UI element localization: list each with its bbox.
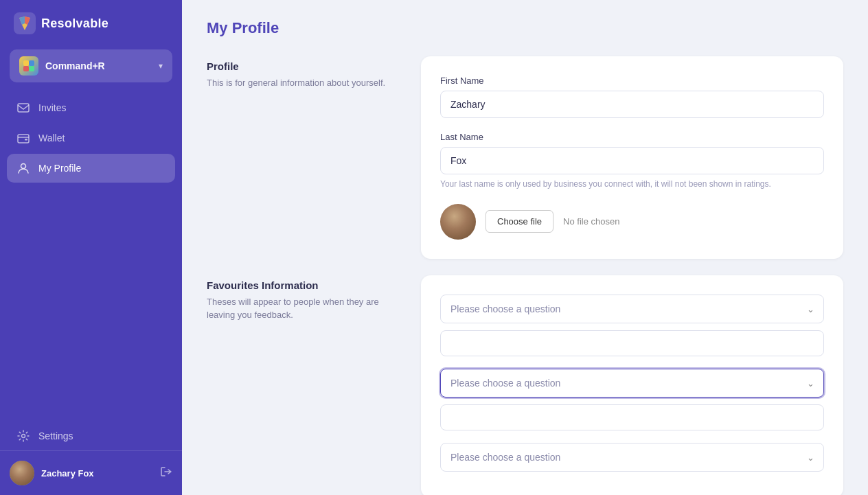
invites-icon [16, 101, 30, 115]
question-1-select[interactable]: Please choose a question [440, 295, 824, 323]
profile-icon [16, 161, 30, 175]
profile-section-row: Profile This is for general information … [207, 56, 843, 259]
svg-rect-9 [18, 135, 29, 143]
user-info: Zachary Fox [10, 461, 94, 485]
page-title: My Profile [207, 19, 843, 37]
resolvable-logo [14, 12, 36, 34]
svg-rect-7 [29, 66, 34, 71]
svg-rect-6 [23, 66, 29, 71]
workspace-selector[interactable]: Command+R ▾ [10, 49, 172, 82]
user-name: Zachary Fox [41, 468, 94, 479]
svg-point-12 [22, 435, 25, 438]
question-2-answer[interactable] [440, 404, 824, 430]
profile-section-desc: This is for general information about yo… [207, 76, 399, 90]
wallet-label: Wallet [38, 133, 65, 143]
logo-container: Resolvable [0, 0, 182, 47]
profile-form-card: First Name Last Name Your last name is o… [421, 56, 843, 259]
favourites-form-card: Please choose a question ⌄ Please choose… [421, 275, 843, 495]
profile-section-title: Profile [207, 60, 399, 72]
workspace-chevron-icon: ▾ [159, 61, 163, 71]
svg-rect-10 [25, 139, 27, 141]
workspace-name: Command+R [45, 60, 105, 71]
profile-thumbnail [440, 204, 476, 240]
settings-icon [16, 429, 30, 443]
svg-point-11 [21, 164, 26, 169]
my-profile-label: My Profile [38, 163, 81, 174]
sidebar-item-settings[interactable]: Settings [7, 422, 175, 450]
question-1-select-wrapper: Please choose a question ⌄ [440, 295, 824, 323]
first-name-label: First Name [440, 76, 824, 86]
last-name-hint: Your last name is only used by business … [440, 179, 824, 190]
workspace-left: Command+R [19, 56, 105, 76]
question-1-answer[interactable] [440, 330, 824, 356]
avatar [10, 461, 34, 485]
no-file-text: No file chosen [563, 216, 619, 227]
file-upload-row: Choose file No file chosen [440, 204, 824, 240]
question-2-select-wrapper: Please choose a question ⌄ [440, 369, 824, 398]
avatar-image [10, 461, 34, 485]
favourite-question-1: Please choose a question ⌄ [440, 295, 824, 356]
choose-file-button[interactable]: Choose file [486, 210, 553, 233]
workspace-avatar [19, 56, 38, 76]
svg-rect-8 [18, 104, 29, 112]
sidebar: Resolvable Command+R ▾ In [0, 0, 182, 495]
profile-section-info: Profile This is for general information … [207, 56, 399, 90]
last-name-input[interactable] [440, 147, 824, 174]
question-3-select-wrapper: Please choose a question ⌄ [440, 443, 824, 472]
first-name-group: First Name [440, 76, 824, 118]
settings-label: Settings [38, 430, 73, 441]
favourite-question-3: Please choose a question ⌄ [440, 443, 824, 472]
app-name: Resolvable [41, 16, 108, 31]
last-name-group: Last Name Your last name is only used by… [440, 132, 824, 190]
question-3-select[interactable]: Please choose a question [440, 443, 824, 472]
wallet-icon [16, 131, 30, 145]
logout-icon[interactable] [160, 465, 172, 481]
sidebar-item-my-profile[interactable]: My Profile [7, 154, 175, 183]
favourites-section-title: Favourites Information [207, 279, 399, 291]
favourites-section-desc: Theses will appear to people when they a… [207, 295, 399, 322]
main-content: My Profile Profile This is for general i… [182, 0, 868, 495]
svg-rect-4 [23, 60, 29, 66]
content-sections: Profile This is for general information … [207, 56, 843, 495]
favourite-question-2: Please choose a question ⌄ [440, 369, 824, 430]
sidebar-item-wallet[interactable]: Wallet [7, 124, 175, 152]
invites-label: Invites [38, 102, 66, 113]
favourites-section-row: Favourites Information Theses will appea… [207, 275, 843, 495]
svg-rect-5 [29, 60, 34, 66]
question-2-select[interactable]: Please choose a question [440, 369, 824, 398]
last-name-label: Last Name [440, 132, 824, 142]
sidebar-item-invites[interactable]: Invites [7, 93, 175, 122]
sidebar-bottom: Zachary Fox [0, 450, 182, 495]
sidebar-nav: Invites Wallet My Profile [0, 93, 182, 450]
favourites-section-info: Favourites Information Theses will appea… [207, 275, 399, 322]
first-name-input[interactable] [440, 91, 824, 118]
